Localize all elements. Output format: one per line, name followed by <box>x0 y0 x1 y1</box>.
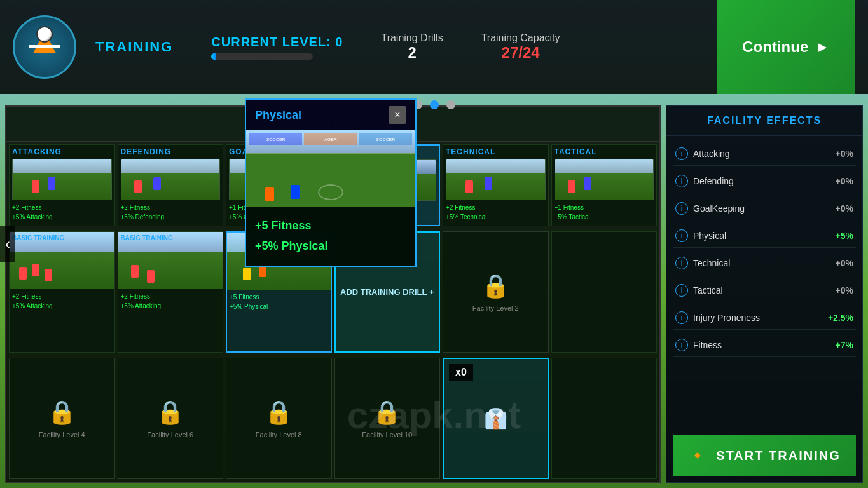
effect-defending: i Defending +0% <box>673 170 856 193</box>
popup-p2-body <box>291 185 300 199</box>
info-icon-technical[interactable]: i <box>675 257 688 269</box>
banner1: SOCCER <box>249 133 302 145</box>
defending-stats: +2 Fitness+5% Defending <box>121 203 221 222</box>
info-icon-defending[interactable]: i <box>675 175 688 187</box>
locked-facility-8: 🔒 Facility Level 8 <box>226 358 332 479</box>
player8 <box>465 180 473 193</box>
dot-3[interactable] <box>446 100 455 109</box>
technical-label: TECHNICAL <box>446 147 546 156</box>
technical-field <box>446 159 545 200</box>
training-label: TRAINING <box>95 39 173 55</box>
capacity-block: Training Capacity 27/24 <box>481 32 560 62</box>
bottom-row: 🔒 Facility Level 4 🔒 Facility Level 6 🔒 … <box>6 355 659 482</box>
attacking-field <box>13 159 111 200</box>
tactical-effect-name: Tactical <box>693 285 830 295</box>
facility-effects-panel: FACILITY EFFECTS i Attacking +0% i Defen… <box>666 105 863 483</box>
injury-effect-name: Injury Proneness <box>693 313 823 323</box>
popup-title: Physical <box>255 109 301 122</box>
main-content: SET DRILLS ATTACKING +2 Fitness+5% Attac… <box>0 94 868 488</box>
category-card-defending[interactable]: DEFENDING +2 Fitness+5% Defending <box>118 144 224 226</box>
capacity-label: Training Capacity <box>481 32 560 44</box>
locked-facility-6: 🔒 Facility Level 6 <box>118 358 224 479</box>
locked-facility-2: 🔒 Facility Level 2 <box>443 231 549 353</box>
lock-icon-2: 🔒 <box>481 273 510 299</box>
physical-effect-value: +5% <box>836 231 853 241</box>
defending-label: DEFENDING <box>121 147 221 156</box>
popup-p1-body <box>265 187 274 201</box>
header-logo <box>13 15 76 79</box>
nav-arrow-left[interactable]: ‹ <box>0 226 15 262</box>
dot-2[interactable] <box>430 100 439 109</box>
tactical-field <box>555 159 654 200</box>
popup-stats: +5 Fitness +5% Physical <box>246 207 415 266</box>
attacking-label: ATTACKING <box>12 147 112 156</box>
injury-effect-value: +2.5% <box>828 313 853 323</box>
popup-stat-2: +5% Physical <box>255 236 406 256</box>
continue-arrow-icon: ► <box>815 38 830 56</box>
player11 <box>584 177 591 190</box>
shirt-icon: 👔 <box>484 407 507 430</box>
costume-slot: x0 👔 <box>443 358 549 479</box>
technical-effect-value: +0% <box>836 258 853 268</box>
physical-effect-name: Physical <box>693 231 830 241</box>
popup-img-inner: SOCCER AGER SOCCER <box>246 130 415 207</box>
category-card-attacking[interactable]: ATTACKING +2 Fitness+5% Attacking <box>9 144 115 226</box>
locked-facility-10: 🔒 Facility Level 10 <box>334 358 441 479</box>
continue-label: Continue <box>742 38 808 56</box>
logo-inner <box>22 25 67 69</box>
physical-sel-stats: +5 Fitness+5% Physical <box>227 290 331 314</box>
info-icon-tactical[interactable]: i <box>675 284 688 297</box>
p-b2-2 <box>147 270 155 283</box>
effects-list: i Attacking +0% i Defending +0% i GoalKe… <box>666 136 862 429</box>
effect-tactical: i Tactical +0% <box>673 279 856 302</box>
continue-button[interactable]: Continue ► <box>717 0 855 94</box>
info-icon-injury[interactable]: i <box>675 311 688 324</box>
info-icon-physical[interactable]: i <box>675 229 688 242</box>
tactical-img <box>555 159 654 200</box>
category-card-tactical[interactable]: TACTICAL +1 Fitness+5% Tactical <box>551 144 658 226</box>
effect-goalkeeping: i GoalKeeping +0% <box>673 197 856 220</box>
physical-popup: Physical × SOCCER AGER SOCCER <box>245 98 417 267</box>
effect-injury: i Injury Proneness +2.5% <box>673 306 856 330</box>
drill-basic-2[interactable]: BASIC TRAINING +2 Fitness+5% Attacking <box>118 231 224 353</box>
player4 <box>153 177 161 190</box>
soccer-ball-icon <box>36 26 53 43</box>
drills-block: Training Drills 2 <box>381 32 443 62</box>
scoreboard-banners: SOCCER AGER SOCCER <box>249 133 412 145</box>
facility-8-label: Facility Level 8 <box>256 431 302 438</box>
popup-stat-1: +5 Fitness <box>255 215 406 236</box>
drills-label: Training Drills <box>381 32 443 44</box>
tactical-effect-value: +0% <box>836 285 853 295</box>
defending-effect-name: Defending <box>693 176 830 186</box>
category-card-technical[interactable]: TECHNICAL +2 Fitness+5% Technical <box>443 144 549 226</box>
locked-facility-4: 🔒 Facility Level 4 <box>9 358 115 479</box>
cone-stripe <box>29 45 60 48</box>
defending-effect-value: +0% <box>836 176 853 186</box>
effect-fitness: i Fitness +7% <box>673 334 856 357</box>
start-training-button[interactable]: 🔸 START TRAINING <box>673 435 856 476</box>
lock-icon-8: 🔒 <box>265 399 293 426</box>
info-icon-fitness[interactable]: i <box>675 339 688 351</box>
info-icon-goalkeeping[interactable]: i <box>675 202 688 215</box>
banner3: SOCCER <box>359 133 412 145</box>
popup-close-button[interactable]: × <box>389 106 406 124</box>
facility-4-label: Facility Level 4 <box>39 431 85 438</box>
level-block: CURRENT LEVEL: 0 <box>211 35 343 60</box>
empty-slot-2 <box>551 358 658 479</box>
effect-physical: i Physical +5% <box>673 224 856 248</box>
facility-2-label: Facility Level 2 <box>472 304 519 312</box>
popup-header: Physical × <box>246 100 415 130</box>
attacking-img <box>12 159 112 200</box>
header-info: TRAINING CURRENT LEVEL: 0 Training Drill… <box>95 32 717 62</box>
player9 <box>485 177 492 190</box>
player2 <box>48 177 55 190</box>
info-icon-attacking[interactable]: i <box>675 147 688 160</box>
drills-value: 2 <box>408 44 416 62</box>
header: TRAINING CURRENT LEVEL: 0 Training Drill… <box>0 0 868 94</box>
popup-player2 <box>291 185 300 199</box>
drill-basic-1[interactable]: BASIC TRAINING +2 Fitness+5% Attacking <box>9 231 115 353</box>
attacking-effect-name: Attacking <box>693 149 830 159</box>
attacking-stats: +2 Fitness+5% Attacking <box>12 203 112 222</box>
empty-slot-1 <box>551 231 658 353</box>
start-training-label: START TRAINING <box>716 449 840 463</box>
